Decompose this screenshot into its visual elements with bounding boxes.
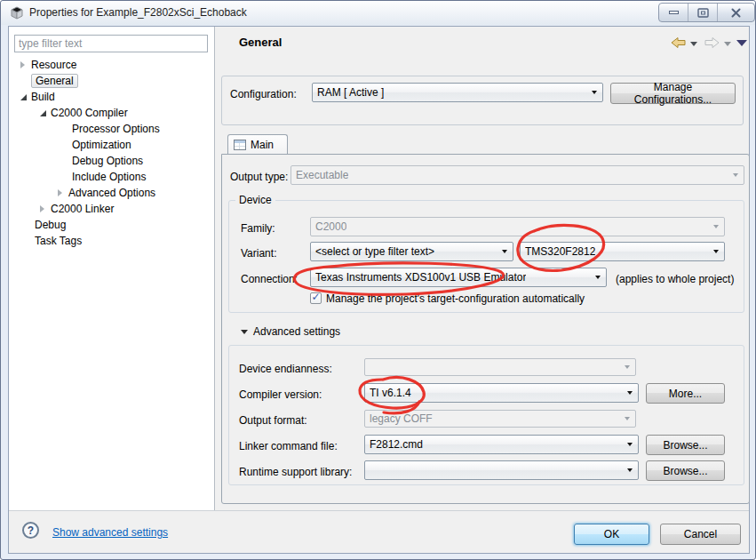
sidebar-item-optimization[interactable]: Optimization bbox=[10, 137, 260, 153]
back-history-dropdown-icon[interactable] bbox=[690, 42, 697, 46]
family-combo: C2000 bbox=[310, 217, 725, 236]
tree-label: Build bbox=[31, 91, 55, 103]
sidebar-item-c2000-compiler[interactable]: C2000 Compiler bbox=[10, 105, 243, 121]
title-bar[interactable]: Properties for Example_F2802xSci_Echobac… bbox=[1, 1, 755, 25]
output-type-value: Executable bbox=[296, 169, 348, 181]
variant-filter-combo[interactable]: <select or type filter text> bbox=[310, 242, 513, 261]
show-advanced-settings-link[interactable]: Show advanced settings bbox=[52, 526, 168, 539]
help-button[interactable]: ? bbox=[22, 522, 39, 539]
forward-arrow-icon[interactable] bbox=[704, 36, 720, 49]
collapse-arrow-icon[interactable] bbox=[20, 61, 25, 68]
dropdown-arrow-icon bbox=[625, 417, 630, 420]
dropdown-arrow-icon bbox=[592, 91, 597, 94]
manage-target-config-label: Manage the project's target-configuratio… bbox=[326, 292, 585, 305]
back-arrow-icon[interactable] bbox=[671, 36, 686, 49]
tree-label: C2000 Linker bbox=[51, 203, 114, 215]
expand-arrow-icon[interactable] bbox=[20, 94, 27, 100]
window-title: Properties for Example_F2802xSci_Echobac… bbox=[29, 1, 247, 25]
cancel-button[interactable]: Cancel bbox=[660, 524, 741, 545]
properties-dialog: Properties for Example_F2802xSci_Echobac… bbox=[0, 0, 756, 560]
maximize-button[interactable] bbox=[688, 4, 718, 21]
output-format-label: Output format: bbox=[239, 414, 307, 427]
maximize-icon bbox=[697, 8, 709, 18]
tab-main[interactable]: Main bbox=[227, 134, 288, 155]
dropdown-arrow-icon bbox=[625, 365, 630, 369]
output-type-combo: Executable bbox=[290, 165, 744, 185]
dropdown-arrow-icon bbox=[502, 250, 507, 253]
properties-cube-icon bbox=[10, 6, 24, 20]
sidebar-item-task-tags[interactable]: Task Tags bbox=[10, 233, 223, 249]
selected-tree-item: General bbox=[31, 74, 78, 88]
manage-configurations-button[interactable]: Manage Configurations... bbox=[610, 83, 736, 104]
tree-label: Debug Options bbox=[72, 155, 143, 167]
tab-label: Main bbox=[251, 139, 274, 151]
compiler-version-label: Compiler version: bbox=[239, 388, 322, 401]
sidebar-item-c2000-linker[interactable]: C2000 Linker bbox=[10, 201, 243, 217]
runtime-browse-button[interactable]: Browse... bbox=[646, 460, 725, 481]
minimize-button[interactable] bbox=[659, 4, 688, 21]
linker-command-file-label: Linker command file: bbox=[239, 440, 338, 452]
variant-filter-value: <select or type filter text> bbox=[315, 245, 434, 258]
expand-arrow-icon[interactable] bbox=[40, 110, 46, 116]
runtime-support-library-label: Runtime support library: bbox=[239, 466, 352, 478]
configuration-value: RAM [ Active ] bbox=[317, 86, 384, 99]
window-controls bbox=[658, 3, 755, 22]
dropdown-arrow-icon bbox=[627, 468, 633, 472]
collapse-arrow-icon[interactable] bbox=[58, 189, 62, 196]
linker-browse-button[interactable]: Browse... bbox=[646, 435, 725, 455]
compiler-version-value: TI v6.1.4 bbox=[370, 387, 411, 399]
minimize-icon bbox=[669, 11, 679, 14]
linker-command-file-value: F2812.cmd bbox=[370, 438, 423, 451]
connection-combo[interactable]: Texas Instruments XDS100v1 USB Emulator bbox=[310, 268, 607, 287]
collapse-arrow-icon[interactable] bbox=[40, 205, 44, 212]
sidebar-item-build[interactable]: Build bbox=[10, 89, 223, 105]
tree-label: Processor Options bbox=[72, 123, 160, 135]
variant-combo[interactable]: TMS320F2812 bbox=[520, 242, 725, 261]
variant-value: TMS320F2812 bbox=[525, 245, 595, 258]
linker-command-file-combo[interactable]: F2812.cmd bbox=[364, 435, 639, 454]
more-button[interactable]: More... bbox=[646, 383, 725, 404]
device-endianness-label: Device endianness: bbox=[239, 363, 332, 375]
dropdown-arrow-icon bbox=[713, 250, 719, 253]
tree-label: Resource bbox=[31, 59, 76, 71]
ok-button[interactable]: OK bbox=[574, 524, 649, 545]
dropdown-arrow-icon bbox=[595, 276, 601, 279]
check-icon: ✓ bbox=[311, 292, 320, 302]
view-menu-icon[interactable] bbox=[736, 40, 747, 46]
dropdown-arrow-icon bbox=[713, 225, 719, 228]
table-icon bbox=[234, 140, 246, 150]
family-value: C2000 bbox=[315, 220, 346, 233]
sidebar-item-general[interactable]: General bbox=[10, 73, 223, 89]
tree-label: Debug bbox=[35, 219, 66, 231]
dropdown-arrow-icon bbox=[627, 391, 633, 395]
manage-target-config-checkbox[interactable]: ✓ bbox=[310, 292, 322, 304]
device-endianness-combo bbox=[364, 358, 636, 376]
family-label: Family: bbox=[241, 222, 275, 235]
tree-label: C2000 Compiler bbox=[51, 107, 128, 119]
dropdown-arrow-icon bbox=[627, 443, 633, 446]
dropdown-arrow-icon bbox=[733, 173, 738, 177]
variant-label: Variant: bbox=[241, 247, 276, 260]
close-button[interactable] bbox=[718, 4, 754, 21]
filter-input[interactable] bbox=[14, 35, 208, 52]
tree-label: Optimization bbox=[72, 139, 131, 151]
connection-label: Connection: bbox=[241, 273, 298, 285]
tree-label: Include Options bbox=[72, 171, 146, 183]
advanced-settings-header[interactable]: Advanced settings bbox=[253, 325, 340, 338]
connection-value: Texas Instruments XDS100v1 USB Emulator bbox=[315, 271, 526, 284]
sidebar-item-resource[interactable]: Resource bbox=[10, 57, 223, 73]
tree-label: Advanced Options bbox=[68, 187, 155, 199]
output-format-value: legacy COFF bbox=[370, 412, 433, 425]
sidebar-item-debug[interactable]: Debug bbox=[10, 217, 223, 233]
advanced-settings-collapse-icon[interactable] bbox=[241, 330, 248, 334]
runtime-support-library-combo[interactable] bbox=[364, 460, 639, 480]
tree-label: Task Tags bbox=[35, 235, 82, 247]
page-title: General bbox=[239, 36, 282, 49]
compiler-version-combo[interactable]: TI v6.1.4 bbox=[364, 383, 639, 403]
forward-history-dropdown-icon[interactable] bbox=[724, 42, 731, 46]
configuration-label: Configuration: bbox=[230, 88, 297, 100]
close-icon bbox=[731, 8, 741, 18]
output-type-label: Output type: bbox=[230, 171, 288, 183]
help-icon: ? bbox=[28, 524, 34, 537]
configuration-combo[interactable]: RAM [ Active ] bbox=[312, 83, 603, 102]
